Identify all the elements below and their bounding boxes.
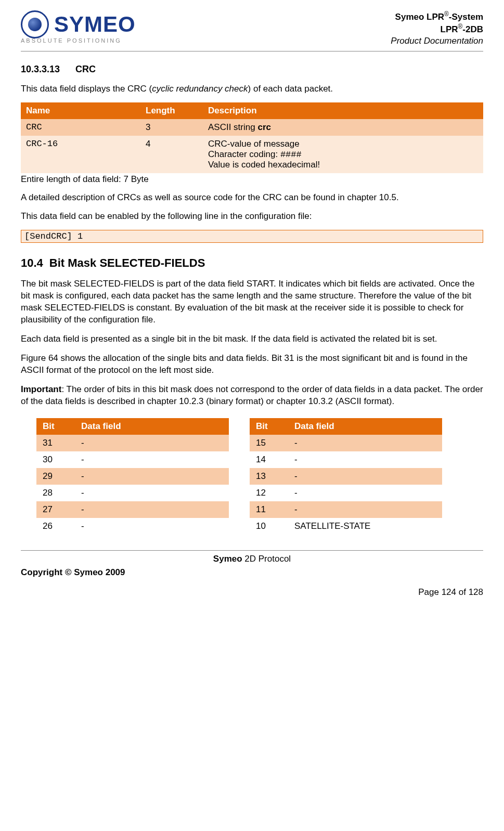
section104-title: Bit Mask SELECTED-FIELDS	[49, 256, 205, 269]
cell-name: CRC	[21, 119, 140, 136]
crc-intro: This data field displays the CRC (cyclic…	[21, 83, 483, 95]
bitmask-p4-rest: : The order of bits in this bit mask doe…	[21, 384, 483, 406]
desc-pre: ASCII string	[208, 122, 257, 132]
table-row: 10SATELLITE-STATE	[250, 518, 442, 535]
logo-block: SYMEO ABSOLUTE POSITIONING	[21, 10, 136, 44]
table-row: 11-	[250, 501, 442, 518]
cell-bit: 12	[250, 485, 288, 501]
cell-bit: 13	[250, 468, 288, 485]
th-desc: Description	[203, 102, 483, 119]
cell-field: SATELLITE-STATE	[288, 518, 442, 535]
crc-intro-b: cyclic redundancy check	[152, 84, 248, 94]
desc-line2a: Character coding:	[208, 149, 280, 159]
desc-line3: Value is coded hexadecimal!	[208, 160, 478, 170]
crc-fields-table: Name Length Description CRC 3 ASCII stri…	[21, 102, 483, 173]
cell-bit: 15	[250, 435, 288, 451]
bitmask-p1: The bit mask SELECTED-FIELDS is part of …	[21, 278, 483, 326]
table-row: 15-	[250, 435, 442, 451]
cell-bit: 10	[250, 518, 288, 535]
header-line3: Product Documentation	[391, 35, 483, 47]
cell-field: -	[288, 485, 442, 501]
footer-center-bold: Symeo	[213, 554, 242, 564]
crc-config-intro: This data field can be enabled by the fo…	[21, 211, 483, 223]
section-heading-bitmask: 10.4Bit Mask SELECTED-FIELDS	[21, 256, 483, 270]
cell-field: -	[288, 451, 442, 468]
section-number: 10.3.3.13	[21, 64, 60, 75]
bitmask-p3: Figure 64 shows the allocation of the si…	[21, 353, 483, 376]
bit-tables-container: Bit Data field 31- 30- 29- 28- 27- 26- B…	[36, 418, 468, 535]
table-row: 30-	[36, 451, 229, 468]
logo-icon	[21, 10, 49, 38]
table-row: 14-	[250, 451, 442, 468]
footer-center: Symeo 2D Protocol	[21, 554, 483, 564]
table-row: 28-	[36, 485, 229, 501]
footer-center-rest: 2D Protocol	[242, 554, 291, 564]
desc-line1: CRC-value of message	[208, 139, 478, 149]
crc-intro-c: ) of each data packet.	[248, 84, 333, 94]
cell-name: CRC-16	[21, 136, 140, 173]
th-bit: Bit	[250, 418, 288, 435]
cell-field: -	[288, 468, 442, 485]
bit-table-left: Bit Data field 31- 30- 29- 28- 27- 26-	[36, 418, 229, 535]
bit-table-right: Bit Data field 15- 14- 13- 12- 11- 10SAT…	[250, 418, 442, 535]
cell-bit: 31	[36, 435, 75, 451]
footer-page-number: Page 124 of 128	[21, 587, 483, 598]
header-line2a: LPR	[441, 24, 458, 34]
cell-field: -	[75, 501, 229, 518]
crc-detail-para: A detailed description of CRCs as well a…	[21, 192, 483, 204]
header-doc-info: Symeo LPR®-System LPR®-2DB Product Docum…	[391, 10, 483, 47]
cell-field: -	[75, 518, 229, 535]
cell-bit: 27	[36, 501, 75, 518]
header-line2b: -2DB	[462, 24, 483, 34]
desc-line2b: ####	[280, 150, 302, 160]
table-row: CRC-16 4 CRC-value of message Character …	[21, 136, 483, 173]
th-bit: Bit	[36, 418, 75, 435]
footer-copyright: Copyright © Symeo 2009	[21, 567, 125, 578]
cell-field: -	[75, 435, 229, 451]
desc-bold: crc	[257, 122, 271, 132]
cell-bit: 28	[36, 485, 75, 501]
table-row: 13-	[250, 468, 442, 485]
bitmask-p4: Important: The order of bits in this bit…	[21, 384, 483, 408]
table-row: 26-	[36, 518, 229, 535]
cell-length: 3	[140, 119, 203, 136]
header-sup2: ®	[458, 23, 463, 30]
logo-text: SYMEO	[54, 12, 136, 37]
table-row: 12-	[250, 485, 442, 501]
logo-subtitle: ABSOLUTE POSITIONING	[21, 37, 136, 44]
th-datafield: Data field	[75, 418, 229, 435]
crc-intro-a: This data field displays the CRC (	[21, 84, 152, 94]
header-line1b: -System	[449, 12, 483, 22]
section104-num: 10.4	[21, 256, 43, 270]
page-footer: Symeo 2D Protocol Copyright © Symeo 2009…	[21, 550, 483, 598]
cell-bit: 30	[36, 451, 75, 468]
cell-bit: 11	[250, 501, 288, 518]
cell-field: -	[75, 451, 229, 468]
table-row: CRC 3 ASCII string crc	[21, 119, 483, 136]
th-name: Name	[21, 102, 140, 119]
table-row: 27-	[36, 501, 229, 518]
cell-field: -	[288, 501, 442, 518]
page-header: SYMEO ABSOLUTE POSITIONING Symeo LPR®-Sy…	[21, 10, 483, 51]
cell-bit: 14	[250, 451, 288, 468]
cell-length: 4	[140, 136, 203, 173]
entire-length-line: Entire length of data field: 7 Byte	[21, 174, 483, 185]
th-datafield: Data field	[288, 418, 442, 435]
table-row: 29-	[36, 468, 229, 485]
cell-field: -	[75, 485, 229, 501]
cell-desc: CRC-value of message Character coding: #…	[203, 136, 483, 173]
section-title: CRC	[75, 64, 96, 74]
cell-bit: 26	[36, 518, 75, 535]
cell-field: -	[288, 435, 442, 451]
header-sup1: ®	[444, 10, 449, 18]
cell-bit: 29	[36, 468, 75, 485]
th-length: Length	[140, 102, 203, 119]
cell-desc: ASCII string crc	[203, 119, 483, 136]
bitmask-p4-bold: Important	[21, 384, 61, 394]
config-line: [SendCRC] 1	[21, 230, 483, 243]
section-heading-crc: 10.3.3.13CRC	[21, 64, 483, 75]
table-row: 31-	[36, 435, 229, 451]
bitmask-p2: Each data field is presented as a single…	[21, 333, 483, 345]
cell-field: -	[75, 468, 229, 485]
header-line1a: Symeo LPR	[395, 12, 444, 22]
